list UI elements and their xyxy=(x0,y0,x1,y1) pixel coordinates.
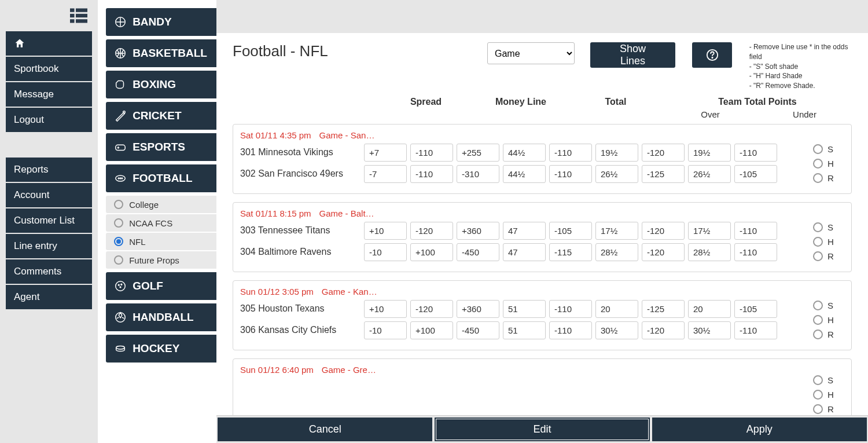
team-total-under-input[interactable] xyxy=(734,165,777,183)
team-total-input[interactable] xyxy=(595,165,638,183)
total-odds-input[interactable] xyxy=(549,300,592,318)
sport-item-golf[interactable]: GOLF xyxy=(106,272,216,300)
shade-s[interactable]: S xyxy=(813,375,844,385)
spread-odds-input[interactable] xyxy=(410,144,453,162)
help-button[interactable] xyxy=(692,42,732,68)
team-total-under-input[interactable] xyxy=(734,321,777,339)
shade-s[interactable]: S xyxy=(813,144,844,154)
team-total-over-input[interactable] xyxy=(642,321,685,339)
shade-h[interactable]: H xyxy=(813,315,844,325)
nav-logout[interactable]: Logout xyxy=(6,108,92,132)
total-odds-input[interactable] xyxy=(549,321,592,339)
line-type-select[interactable]: Game xyxy=(487,42,575,64)
team-total2-input[interactable] xyxy=(688,144,731,162)
content-scroll[interactable]: Football - NFL Game Show Lines - Remove … xyxy=(216,33,868,415)
total-input[interactable] xyxy=(503,165,546,183)
spread-odds-input[interactable] xyxy=(410,321,453,339)
spread-input[interactable] xyxy=(364,222,407,240)
team-total-input[interactable] xyxy=(595,144,638,162)
spread-odds-input[interactable] xyxy=(410,165,453,183)
nav-reports[interactable]: Reports xyxy=(6,158,92,182)
total-input[interactable] xyxy=(503,300,546,318)
nav-sportbook[interactable]: Sportbook xyxy=(6,57,92,81)
total-odds-input[interactable] xyxy=(549,144,592,162)
moneyline-input[interactable] xyxy=(457,144,499,162)
sport-item-bandy[interactable]: BANDY xyxy=(106,8,216,36)
sport-item-cricket[interactable]: CRICKET xyxy=(106,102,216,130)
team-total2-input[interactable] xyxy=(688,222,731,240)
shade-r[interactable]: R xyxy=(813,173,844,183)
sport-sub-college[interactable]: College xyxy=(106,196,216,213)
moneyline-input[interactable] xyxy=(457,165,499,183)
team-total-under-input[interactable] xyxy=(734,243,777,261)
apply-button[interactable]: Apply xyxy=(652,418,867,441)
team-total-input[interactable] xyxy=(595,243,638,261)
moneyline-input[interactable] xyxy=(457,222,499,240)
sport-item-football[interactable]: FOOTBALL xyxy=(106,164,216,192)
team-total2-input[interactable] xyxy=(688,321,731,339)
sport-sub-nfl[interactable]: NFL xyxy=(106,233,216,250)
team-total2-input[interactable] xyxy=(688,300,731,318)
spread-input[interactable] xyxy=(364,300,407,318)
nav-account[interactable]: Account xyxy=(6,183,92,207)
spread-input[interactable] xyxy=(364,321,407,339)
shade-h[interactable]: H xyxy=(813,390,844,400)
spread-odds-input[interactable] xyxy=(410,222,453,240)
team-total-under-input[interactable] xyxy=(734,222,777,240)
shade-s[interactable]: S xyxy=(813,222,844,232)
team-total-input[interactable] xyxy=(595,222,638,240)
total-input[interactable] xyxy=(503,321,546,339)
spread-input[interactable] xyxy=(364,165,407,183)
team-total-over-input[interactable] xyxy=(642,243,685,261)
shade-r[interactable]: R xyxy=(813,404,844,414)
team-total-over-input[interactable] xyxy=(642,222,685,240)
spread-input[interactable] xyxy=(364,243,407,261)
team-total2-input[interactable] xyxy=(688,243,731,261)
sport-item-boxing[interactable]: BOXING xyxy=(106,71,216,98)
total-input[interactable] xyxy=(503,144,546,162)
total-odds-input[interactable] xyxy=(549,165,592,183)
team-name: 302 San Francisco 49ers xyxy=(240,169,361,179)
sport-item-hockey[interactable]: HOCKEY xyxy=(106,335,216,363)
sport-sub-future-props[interactable]: Future Props xyxy=(106,251,216,269)
nav-customer-list[interactable]: Customer List xyxy=(6,208,92,233)
team-total-input[interactable] xyxy=(595,300,638,318)
moneyline-input[interactable] xyxy=(457,300,499,318)
spread-odds-input[interactable] xyxy=(410,243,453,261)
total-odds-input[interactable] xyxy=(549,222,592,240)
sport-item-handball[interactable]: HANDBALL xyxy=(106,303,216,331)
team-total-under-input[interactable] xyxy=(734,144,777,162)
team-total-over-input[interactable] xyxy=(642,165,685,183)
total-odds-input[interactable] xyxy=(549,243,592,261)
sport-label: FOOTBALL xyxy=(133,172,192,185)
team-total-under-input[interactable] xyxy=(734,300,777,318)
nav-agent[interactable]: Agent xyxy=(6,285,92,309)
nav-message[interactable]: Message xyxy=(6,82,92,107)
team-total2-input[interactable] xyxy=(688,165,731,183)
spread-odds-input[interactable] xyxy=(410,300,453,318)
sport-item-basketball[interactable]: BASKETBALL xyxy=(106,39,216,67)
nav-line-entry[interactable]: Line entry xyxy=(6,234,92,258)
spread-input[interactable] xyxy=(364,144,407,162)
team-total-input[interactable] xyxy=(595,321,638,339)
total-input[interactable] xyxy=(503,222,546,240)
shade-r[interactable]: R xyxy=(813,251,844,261)
edit-button[interactable]: Edit xyxy=(435,418,649,441)
game-card: Sat 01/11 8:15 pmGame - Balt…303 Tenness… xyxy=(233,202,852,272)
show-lines-button[interactable]: Show Lines xyxy=(590,42,675,68)
shade-r[interactable]: R xyxy=(813,329,844,339)
menu-toggle[interactable] xyxy=(0,0,98,31)
moneyline-input[interactable] xyxy=(457,321,499,339)
shade-s[interactable]: S xyxy=(813,301,844,310)
team-total-over-input[interactable] xyxy=(642,300,685,318)
shade-h[interactable]: H xyxy=(813,237,844,247)
moneyline-input[interactable] xyxy=(457,243,499,261)
shade-h[interactable]: H xyxy=(813,159,844,169)
cancel-button[interactable]: Cancel xyxy=(218,418,432,441)
team-total-over-input[interactable] xyxy=(642,144,685,162)
sport-item-esports[interactable]: ESPORTS xyxy=(106,133,216,161)
sport-sub-ncaa-fcs[interactable]: NCAA FCS xyxy=(106,214,216,232)
nav-home[interactable] xyxy=(6,31,92,56)
total-input[interactable] xyxy=(503,243,546,261)
nav-comments[interactable]: Comments xyxy=(6,259,92,284)
